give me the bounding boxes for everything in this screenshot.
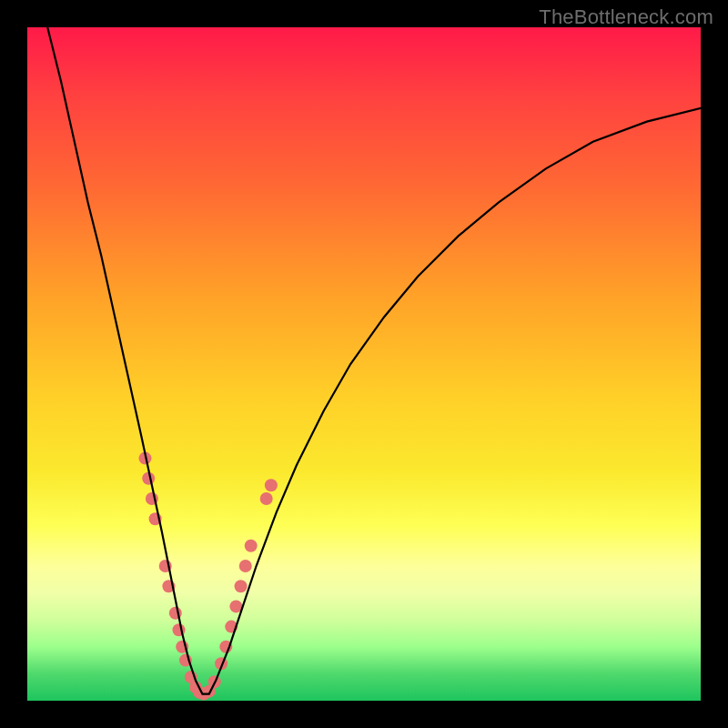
data-marker — [235, 580, 248, 592]
data-marker — [245, 540, 258, 552]
bottleneck-curve-svg — [27, 27, 701, 701]
watermark-text: TheBottleneck.com — [539, 5, 713, 29]
data-markers — [139, 452, 278, 701]
chart-frame: TheBottleneck.com — [0, 0, 728, 728]
data-marker — [239, 560, 252, 572]
plot-area — [27, 27, 701, 701]
bottleneck-curve — [47, 27, 701, 694]
data-marker — [265, 479, 278, 491]
data-marker — [260, 492, 273, 505]
